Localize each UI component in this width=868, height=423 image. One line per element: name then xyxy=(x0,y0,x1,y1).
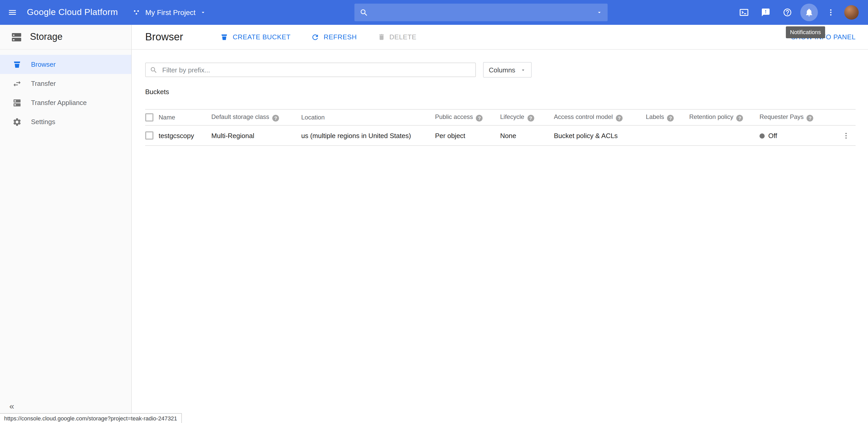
create-bucket-button[interactable]: CREATE BUCKET xyxy=(220,33,291,41)
status-bar-url: https://console.cloud.google.com/storage… xyxy=(0,413,182,423)
top-bar: Google Cloud Platform My First Project xyxy=(0,0,868,25)
refresh-button[interactable]: REFRESH xyxy=(311,33,357,41)
buckets-section-label: Buckets xyxy=(145,88,868,96)
bucket-name-cell[interactable]: testgcscopy xyxy=(159,125,211,146)
select-all-checkbox[interactable] xyxy=(145,113,153,121)
trash-icon xyxy=(377,33,385,41)
page-title: Browser xyxy=(145,31,183,43)
help-icon[interactable]: ? xyxy=(667,115,674,122)
product-logo[interactable]: Google Cloud Platform xyxy=(27,7,118,18)
appliance-server-icon xyxy=(12,98,22,107)
sidebar-item-transfer-appliance[interactable]: Transfer Appliance xyxy=(0,93,131,112)
search-options-chevron-icon[interactable] xyxy=(596,9,602,16)
sidebar: Storage Browser Transfer Transfer Applia… xyxy=(0,25,132,423)
filter-by-prefix-input[interactable] xyxy=(161,65,471,74)
feedback-icon[interactable] xyxy=(755,0,776,25)
help-icon[interactable] xyxy=(777,0,798,25)
sidebar-item-browser[interactable]: Browser xyxy=(0,55,131,74)
sidebar-item-label: Browser xyxy=(31,60,56,68)
project-icon xyxy=(132,8,141,17)
col-default-storage-class[interactable]: Default storage class? xyxy=(211,109,301,125)
col-access-control-model[interactable]: Access control model? xyxy=(554,109,646,125)
row-more-options-icon[interactable] xyxy=(842,132,850,139)
sidebar-item-transfer[interactable]: Transfer xyxy=(0,74,131,93)
bucket-icon xyxy=(12,60,22,69)
filter-search-icon xyxy=(150,66,158,74)
cloud-shell-icon[interactable] xyxy=(734,0,754,25)
retention-policy-cell xyxy=(689,125,760,146)
filter-box[interactable] xyxy=(145,62,476,77)
requester-pays-off-dot xyxy=(760,133,765,138)
sidebar-item-label: Transfer Appliance xyxy=(31,99,87,107)
chevron-down-icon xyxy=(200,9,207,16)
access-control-cell: Bucket policy & ACLs xyxy=(554,125,646,146)
filter-toolbar: Columns xyxy=(132,50,868,78)
help-icon[interactable]: ? xyxy=(737,115,743,122)
row-checkbox[interactable] xyxy=(145,132,153,140)
col-requester-pays[interactable]: Requester Pays? xyxy=(760,109,842,125)
search-input[interactable] xyxy=(373,8,592,17)
help-icon[interactable]: ? xyxy=(272,115,279,122)
create-bucket-icon xyxy=(220,33,228,41)
location-cell: us (multiple regions in United States) xyxy=(301,125,435,146)
lifecycle-cell: None xyxy=(500,125,554,146)
col-public-access[interactable]: Public access? xyxy=(435,109,500,125)
sidebar-nav: Browser Transfer Transfer Appliance Sett… xyxy=(0,55,131,131)
buckets-table: Name Default storage class? Location Pub… xyxy=(145,109,856,146)
help-icon[interactable]: ? xyxy=(476,115,483,122)
hamburger-menu-icon[interactable] xyxy=(0,0,25,25)
help-icon[interactable]: ? xyxy=(616,115,623,122)
public-access-cell: Per object xyxy=(435,125,500,146)
storage-class-cell: Multi-Regional xyxy=(211,125,301,146)
requester-pays-cell: Off xyxy=(760,125,842,146)
delete-button[interactable]: DELETE xyxy=(377,33,416,41)
sidebar-header: Storage xyxy=(0,25,131,50)
notifications-bell-icon[interactable] xyxy=(799,0,819,25)
columns-dropdown[interactable]: Columns xyxy=(483,62,532,78)
global-search[interactable] xyxy=(354,4,608,21)
search-icon xyxy=(360,8,368,17)
chevron-down-icon xyxy=(521,67,526,73)
more-options-icon[interactable] xyxy=(820,0,841,25)
sidebar-item-label: Transfer xyxy=(31,80,56,87)
sidebar-title: Storage xyxy=(30,32,63,43)
main-content: Browser CREATE BUCKET REFRESH DELETE SHO… xyxy=(132,25,868,423)
table-header-row: Name Default storage class? Location Pub… xyxy=(145,109,856,125)
labels-cell xyxy=(646,125,689,146)
transfer-arrows-icon xyxy=(12,79,22,88)
col-location[interactable]: Location xyxy=(301,109,435,125)
table-row: testgcscopy Multi-Regional us (multiple … xyxy=(145,125,856,146)
help-icon[interactable]: ? xyxy=(807,115,813,122)
notifications-tooltip: Notifications xyxy=(786,26,825,38)
topbar-actions xyxy=(734,0,868,25)
sidebar-item-label: Settings xyxy=(31,118,55,126)
col-retention-policy[interactable]: Retention policy? xyxy=(689,109,760,125)
sidebar-collapse-icon[interactable]: « xyxy=(9,402,14,411)
storage-product-icon xyxy=(10,31,23,43)
sidebar-item-settings[interactable]: Settings xyxy=(0,112,131,131)
project-name: My First Project xyxy=(145,8,195,17)
refresh-icon xyxy=(311,33,319,41)
col-lifecycle[interactable]: Lifecycle? xyxy=(500,109,554,125)
col-labels[interactable]: Labels? xyxy=(646,109,689,125)
user-avatar[interactable] xyxy=(844,5,859,20)
col-name[interactable]: Name xyxy=(159,109,211,125)
gear-icon xyxy=(12,117,22,126)
help-icon[interactable]: ? xyxy=(527,115,534,122)
gcp-console: Google Cloud Platform My First Project xyxy=(0,0,868,423)
project-selector[interactable]: My First Project xyxy=(132,8,206,17)
action-bar: Browser CREATE BUCKET REFRESH DELETE SHO… xyxy=(132,25,868,50)
